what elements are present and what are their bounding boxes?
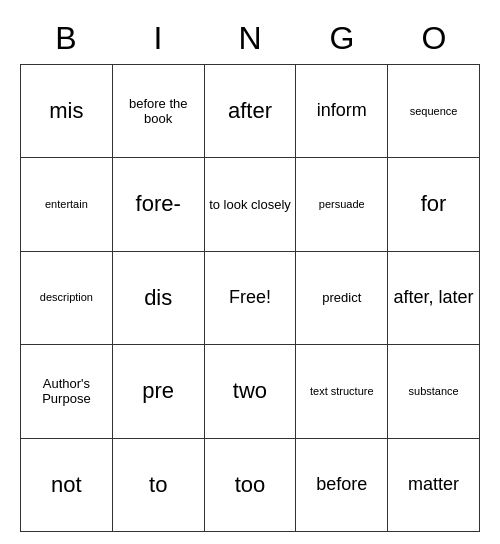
cell-text-13: predict	[322, 290, 361, 306]
cell-text-8: persuade	[319, 198, 365, 211]
cell-text-12: Free!	[229, 287, 271, 309]
header-i: I	[112, 12, 204, 64]
cell-22: too	[205, 439, 297, 532]
cell-text-6: fore-	[136, 191, 181, 217]
bingo-card: B I N G O misbefore the bookafterinforms…	[20, 12, 480, 532]
cell-20: not	[21, 439, 113, 532]
header-o: O	[388, 12, 480, 64]
cell-18: text structure	[296, 345, 388, 438]
cell-text-0: mis	[49, 98, 83, 124]
cell-10: description	[21, 252, 113, 345]
cell-9: for	[388, 158, 480, 251]
cell-text-14: after, later	[394, 287, 474, 309]
cell-text-19: substance	[409, 385, 459, 398]
bingo-header: B I N G O	[20, 12, 480, 64]
bingo-grid: misbefore the bookafterinformsequenceent…	[20, 64, 480, 532]
cell-text-9: for	[421, 191, 447, 217]
cell-0: mis	[21, 65, 113, 158]
cell-6: fore-	[113, 158, 205, 251]
cell-text-3: inform	[317, 100, 367, 122]
cell-8: persuade	[296, 158, 388, 251]
cell-14: after, later	[388, 252, 480, 345]
cell-15: Author's Purpose	[21, 345, 113, 438]
cell-text-22: too	[235, 472, 266, 498]
cell-text-20: not	[51, 472, 82, 498]
header-b: B	[20, 12, 112, 64]
cell-19: substance	[388, 345, 480, 438]
cell-text-2: after	[228, 98, 272, 124]
cell-text-23: before	[316, 474, 367, 496]
cell-text-21: to	[149, 472, 167, 498]
cell-text-11: dis	[144, 285, 172, 311]
cell-3: inform	[296, 65, 388, 158]
header-n: N	[204, 12, 296, 64]
cell-text-24: matter	[408, 474, 459, 496]
cell-7: to look closely	[205, 158, 297, 251]
cell-text-15: Author's Purpose	[25, 376, 108, 407]
cell-1: before the book	[113, 65, 205, 158]
cell-24: matter	[388, 439, 480, 532]
cell-text-7: to look closely	[209, 197, 291, 213]
cell-text-16: pre	[142, 378, 174, 404]
cell-2: after	[205, 65, 297, 158]
cell-17: two	[205, 345, 297, 438]
cell-13: predict	[296, 252, 388, 345]
cell-23: before	[296, 439, 388, 532]
cell-11: dis	[113, 252, 205, 345]
cell-text-1: before the book	[117, 96, 200, 127]
cell-5: entertain	[21, 158, 113, 251]
cell-21: to	[113, 439, 205, 532]
cell-text-5: entertain	[45, 198, 88, 211]
header-g: G	[296, 12, 388, 64]
cell-16: pre	[113, 345, 205, 438]
cell-4: sequence	[388, 65, 480, 158]
cell-text-4: sequence	[410, 105, 458, 118]
cell-text-18: text structure	[310, 385, 374, 398]
cell-text-10: description	[40, 291, 93, 304]
cell-12: Free!	[205, 252, 297, 345]
cell-text-17: two	[233, 378, 267, 404]
